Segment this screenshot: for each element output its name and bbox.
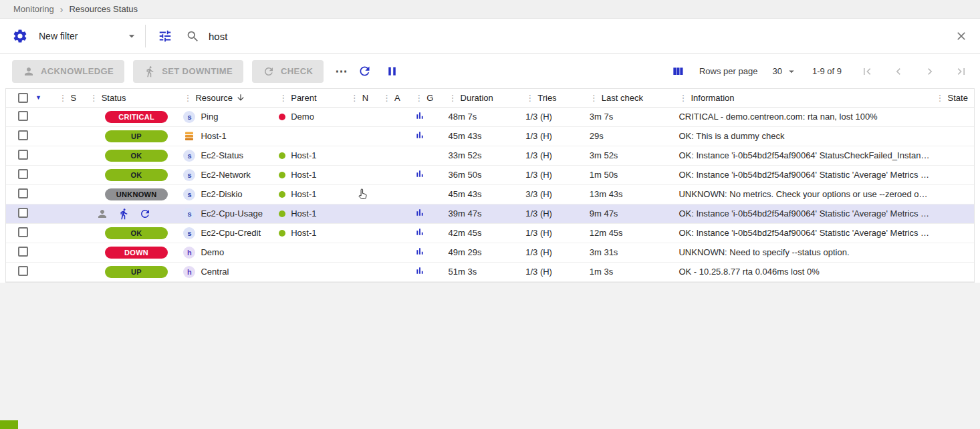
gear-icon[interactable] [12, 28, 28, 44]
service-icon: s [183, 111, 195, 123]
columns-icon[interactable] [671, 65, 685, 78]
sort-caret-icon[interactable]: ▼ [35, 94, 41, 101]
row-checkbox[interactable] [18, 227, 28, 237]
column-header-n[interactable]: ⋮N [350, 89, 382, 107]
row-checkbox[interactable] [18, 266, 28, 276]
drag-handle-icon[interactable]: ⋮ [590, 93, 598, 103]
check-button[interactable]: CHECK [252, 60, 324, 83]
acknowledge-icon[interactable] [96, 208, 108, 220]
tries-value: 1/3 (H) [525, 204, 590, 223]
row-checkbox[interactable] [18, 111, 28, 121]
column-header-s[interactable]: ⋮S [58, 89, 89, 107]
drag-handle-icon[interactable]: ⋮ [525, 93, 534, 103]
row-checkbox[interactable] [18, 150, 28, 160]
check-button-label: CHECK [281, 66, 313, 76]
column-header-state[interactable]: ⋮State [936, 89, 974, 107]
parent-name: Host-1 [291, 228, 316, 238]
set-downtime-icon[interactable] [118, 208, 130, 220]
last-check-value: 12m 45s [590, 223, 679, 243]
pause-icon[interactable] [385, 64, 399, 78]
column-header-parent[interactable]: ⋮Parent [279, 89, 350, 107]
information-value: OK: Instance 'i-0b54bd2f54af90064' Stati… [679, 223, 935, 243]
parent-name: Host-1 [291, 170, 316, 180]
column-header-status[interactable]: ⋮Status [90, 89, 184, 107]
check-icon[interactable] [139, 208, 151, 220]
clear-search-icon[interactable] [955, 29, 968, 43]
column-header-last-check[interactable]: ⋮Last check [590, 89, 679, 107]
set-downtime-button[interactable]: SET DOWNTIME [133, 60, 243, 83]
column-header-information[interactable]: ⋮Information [679, 89, 935, 107]
graph-icon[interactable] [414, 265, 425, 276]
corner-widget[interactable] [0, 420, 18, 429]
filter-select[interactable]: New filter [39, 25, 146, 47]
more-actions-button[interactable]: ⋯ [335, 63, 348, 79]
table-row[interactable]: OKsEc2-StatusHost-133m 52s1/3 (H)3m 52sO… [6, 146, 974, 165]
search-input[interactable] [209, 31, 955, 42]
information-value: OK: Instance 'i-0b54bd2f54af90064' Stati… [679, 165, 935, 184]
first-page-icon[interactable] [860, 65, 874, 78]
drag-handle-icon[interactable]: ⋮ [382, 93, 391, 103]
table-row[interactable]: UPhCentral51m 3s1/3 (H)1m 3sOK - 10.25.8… [6, 262, 974, 281]
row-checkbox[interactable] [18, 169, 28, 179]
graph-icon[interactable] [414, 207, 425, 218]
table-row[interactable]: OKsEc2-Cpu-CreditHost-142m 45s1/3 (H)12m… [6, 223, 974, 243]
rows-per-page-select[interactable]: 30 [772, 65, 797, 78]
column-header-duration[interactable]: ⋮Duration [449, 89, 526, 107]
table-row[interactable]: UPHost-145m 43s1/3 (H)29sOK: This is a d… [6, 126, 974, 146]
parent-status-dot [279, 210, 285, 217]
parent-status-dot [279, 191, 285, 198]
table-row[interactable]: sEc2-Cpu-UsageHost-139m 47s1/3 (H)9m 47s… [6, 204, 974, 223]
service-icon: s [183, 188, 195, 200]
graph-icon[interactable] [414, 130, 425, 140]
table-row[interactable]: CRITICALsPingDemo48m 7s1/3 (H)3m 7sCRITI… [6, 107, 974, 126]
chevron-right-icon[interactable] [923, 65, 937, 78]
set-downtime-button-label: SET DOWNTIME [162, 66, 233, 76]
graph-icon[interactable] [414, 110, 425, 121]
resource-name: Ping [201, 112, 218, 122]
table-row[interactable]: UNKNOWNsEc2-DiskioHost-145m 43s3/3 (H)13… [6, 184, 974, 204]
graph-icon[interactable] [414, 227, 425, 237]
graph-icon[interactable] [414, 246, 425, 257]
chevron-down-icon [125, 29, 138, 43]
column-header-tries[interactable]: ⋮Tries [525, 89, 590, 107]
last-page-icon[interactable] [955, 65, 968, 78]
column-header-g[interactable]: ⋮G [414, 89, 448, 107]
drag-handle-icon[interactable]: ⋮ [679, 93, 687, 103]
row-checkbox[interactable] [18, 247, 28, 257]
tune-icon[interactable] [158, 29, 172, 43]
column-header-a[interactable]: ⋮A [382, 89, 414, 107]
sort-arrow-down-icon[interactable] [236, 93, 245, 102]
table-row[interactable]: DOWNhDemo49m 29s1/3 (H)3m 31sUNKNOWN: Ne… [6, 243, 974, 262]
duration-value: 51m 3s [449, 262, 526, 281]
toolbar: ACKNOWLEDGE SET DOWNTIME CHECK ⋯ Rows pe… [0, 54, 980, 88]
tries-value: 1/3 (H) [525, 243, 590, 262]
resources-table-container: ▼ ⋮S ⋮Status ⋮Resource ⋮Parent ⋮N ⋮A ⋮G … [5, 88, 975, 283]
resource-rows: CRITICALsPingDemo48m 7s1/3 (H)3m 7sCRITI… [6, 107, 974, 281]
drag-handle-icon[interactable]: ⋮ [90, 93, 98, 103]
tries-value: 1/3 (H) [525, 165, 590, 184]
tries-value: 1/3 (H) [525, 126, 590, 146]
row-checkbox[interactable] [18, 130, 28, 140]
chevron-left-icon[interactable] [892, 65, 905, 78]
row-checkbox[interactable] [18, 188, 28, 198]
status-badge: CRITICAL [105, 111, 168, 123]
graph-icon[interactable] [414, 168, 425, 179]
acknowledge-button-label: ACKNOWLEDGE [41, 66, 114, 76]
drag-handle-icon[interactable]: ⋮ [449, 93, 457, 103]
drag-handle-icon[interactable]: ⋮ [183, 93, 192, 103]
drag-handle-icon[interactable]: ⋮ [279, 93, 287, 103]
drag-handle-icon[interactable]: ⋮ [414, 93, 423, 103]
breadcrumb-item-resources-status[interactable]: Resources Status [69, 4, 138, 14]
drag-handle-icon[interactable]: ⋮ [350, 93, 359, 103]
row-checkbox[interactable] [18, 208, 28, 218]
acknowledge-button[interactable]: ACKNOWLEDGE [12, 60, 124, 83]
duration-value: 45m 43s [449, 126, 526, 146]
select-all-checkbox[interactable] [18, 93, 28, 103]
breadcrumb-item-monitoring[interactable]: Monitoring [13, 4, 54, 14]
drag-handle-icon[interactable]: ⋮ [58, 93, 67, 103]
table-row[interactable]: OKsEc2-NetworkHost-136m 50s1/3 (H)1m 50s… [6, 165, 974, 184]
drag-handle-icon[interactable]: ⋮ [936, 93, 945, 103]
refresh-icon[interactable] [358, 64, 372, 78]
column-header-resource[interactable]: ⋮Resource [183, 89, 279, 107]
column-header-select[interactable]: ▼ [6, 89, 58, 107]
